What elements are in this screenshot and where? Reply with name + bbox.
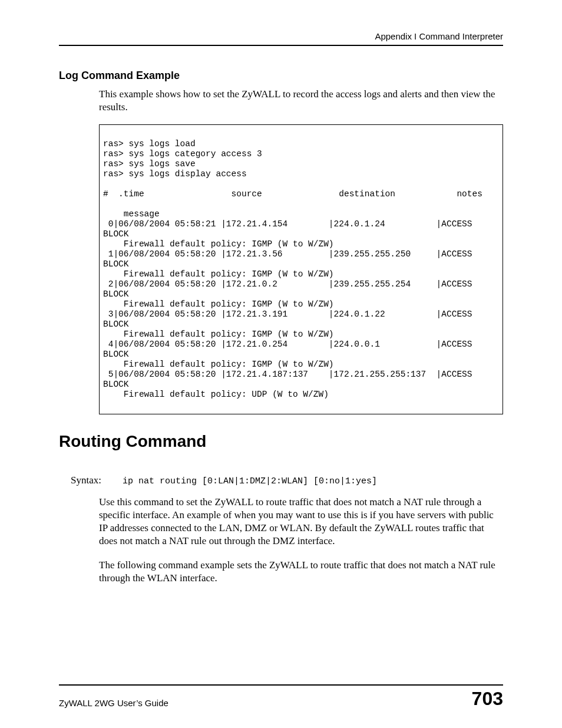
footer-page-number: 703 — [472, 689, 503, 708]
syntax-label: Syntax: — [71, 475, 123, 486]
footer-guide: ZyWALL 2WG User’s Guide — [59, 698, 168, 708]
page: Appendix I Command Interpreter Log Comma… — [0, 0, 562, 728]
top-rule — [59, 45, 503, 46]
syntax-row: Syntax: ip nat routing [0:LAN|1:DMZ|2:WL… — [71, 475, 503, 486]
log-code-block: ras> sys logs load ras> sys logs categor… — [99, 124, 503, 414]
routing-para-2: The following command example sets the Z… — [99, 559, 503, 585]
page-footer: ZyWALL 2WG User’s Guide 703 — [59, 684, 503, 708]
syntax-code: ip nat routing [0:LAN|1:DMZ|2:WLAN] [0:n… — [123, 476, 377, 486]
section-routing-title: Routing Command — [59, 432, 503, 451]
running-header: Appendix I Command Interpreter — [59, 31, 503, 41]
routing-para-1: Use this command to set the ZyWALL to ro… — [99, 496, 503, 548]
section-log-intro: This example shows how to set the ZyWALL… — [99, 88, 503, 114]
section-log-title: Log Command Example — [59, 70, 503, 82]
